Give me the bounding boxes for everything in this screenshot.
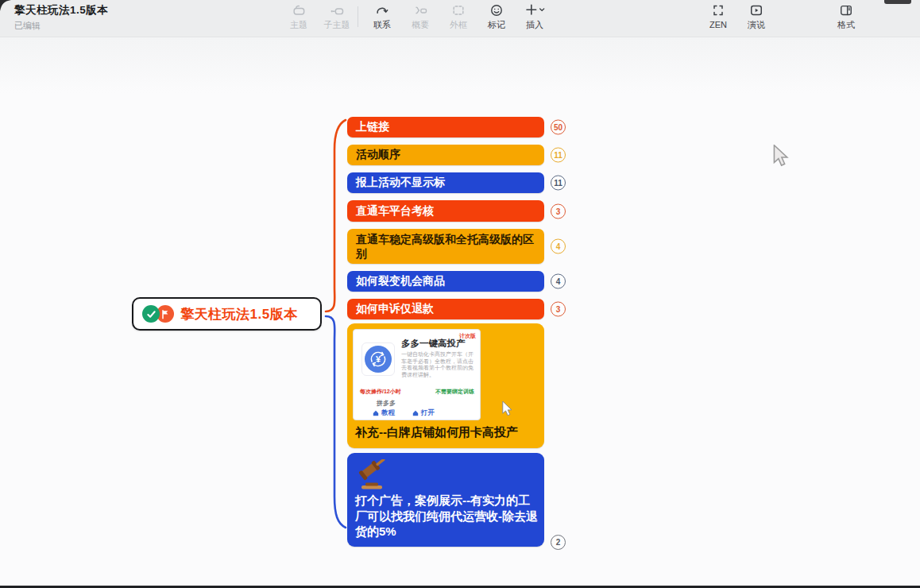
app-links: 教程 打开 — [373, 408, 435, 418]
format-label: 格式 — [837, 20, 855, 30]
toolbar: 擎天柱玩法1.5版本 已编辑 主题 子主题 — [0, 0, 920, 37]
summary-icon — [412, 2, 428, 18]
window-top-dash-artifact — [884, 0, 911, 4]
subtopic-label: 子主题 — [324, 20, 350, 30]
children-count-badge[interactable]: 11 — [551, 176, 566, 191]
children-count-badge[interactable]: 11 — [551, 148, 566, 163]
topic-buchong-gaotoucha[interactable]: 计次版 ¥ 多多一键高投产 一键自动化卡高投产开车（开车老手必看）全教程，请点击… — [347, 323, 544, 448]
root-topic-label: 擎天柱玩法1.5版本 — [180, 305, 298, 323]
topic-shanglianjie[interactable]: 上链接 50 — [347, 117, 544, 137]
children-count-badge[interactable]: 4 — [551, 239, 566, 254]
zen-label: ZEN — [709, 20, 727, 30]
format-icon — [838, 2, 854, 18]
format-button[interactable]: 格式 — [827, 2, 865, 30]
subtopic-button[interactable]: 子主题 — [318, 2, 356, 30]
topic-shensu-tuikuan[interactable]: 如何申诉仅退款 3 — [347, 299, 544, 319]
window-corner-artifact — [0, 0, 11, 11]
topic-label: 直通车稳定高级版和全托高级版的区别 — [356, 232, 535, 261]
topic-zhitongche-qubie[interactable]: 直通车稳定高级版和全托高级版的区别 4 — [347, 229, 544, 264]
summary-label: 概要 — [412, 20, 429, 30]
boundary-icon — [450, 2, 466, 18]
present-label: 演说 — [748, 20, 765, 30]
summary-button[interactable]: 概要 — [401, 2, 439, 30]
app-tutorial-link: 教程 — [373, 408, 395, 418]
app-yuan-icon: ¥ — [365, 346, 392, 373]
topic-label: 活动顺序 — [356, 148, 400, 162]
topic-button[interactable]: 主题 — [280, 2, 318, 30]
insert-plus-icon — [523, 2, 547, 18]
topic-icon — [291, 2, 307, 18]
app-icon-tile: ¥ — [361, 342, 395, 376]
check-icon — [142, 305, 160, 323]
zen-button[interactable]: ZEN — [699, 2, 737, 30]
boundary-label: 外框 — [450, 20, 467, 30]
topic-label: 如何裂变机会商品 — [356, 274, 445, 288]
subtopic-icon — [329, 2, 345, 18]
mouse-cursor — [772, 145, 790, 170]
marker-button[interactable]: 标记 — [477, 2, 516, 30]
toolbar-center-group: 主题 子主题 联系 — [280, 2, 554, 30]
app-open-link: 打开 — [412, 408, 435, 418]
topic-zhitongche-kaohe[interactable]: 直通车平台考核 3 — [347, 200, 544, 222]
relationship-icon — [374, 2, 390, 18]
children-count-badge[interactable]: 3 — [551, 302, 566, 317]
topic-label: 主题 — [290, 20, 307, 30]
topic-baoshanghuodong[interactable]: 报上活动不显示标 11 — [347, 172, 544, 193]
relationship-button[interactable]: 联系 — [363, 2, 401, 30]
topic-guanggao[interactable]: 打个广告，案例展示--有实力的工厂可以找我们纯佣代运营收-除去退货的5% 2 — [347, 453, 544, 547]
svg-text:¥: ¥ — [376, 354, 381, 364]
topic-label: 上链接 — [356, 120, 389, 134]
present-button[interactable]: 演说 — [737, 2, 775, 30]
toolbar-shadow — [0, 37, 920, 93]
topic-label: 打个广告，案例展示--有实力的工厂可以找我们纯佣代运营收-除去退货的5% — [355, 493, 538, 540]
app-platform: 拼多多 — [377, 399, 396, 408]
document-save-status: 已编辑 — [14, 20, 108, 32]
embedded-app-screenshot: 计次版 ¥ 多多一键高投产 一键自动化卡高投产开车（开车老手必看）全教程，请点击… — [353, 329, 481, 420]
zen-icon — [710, 2, 726, 18]
topic-label: 报上活动不显示标 — [356, 176, 445, 190]
relationship-label: 联系 — [373, 20, 391, 30]
toolbar-divider — [358, 6, 358, 27]
marker-icon — [489, 2, 504, 18]
document-title: 擎天柱玩法1.5版本 — [14, 3, 108, 17]
insert-label: 插入 — [526, 20, 543, 30]
present-icon — [748, 2, 764, 18]
mindmap-canvas[interactable]: 擎天柱玩法1.5版本 上链接 50 活动顺序 11 报上活动不显示标 11 直通… — [0, 37, 920, 586]
app-note-left: 每次操作/12小时 — [360, 388, 401, 396]
topic-huodongshunxu[interactable]: 活动顺序 11 — [347, 145, 544, 165]
insert-button[interactable]: 插入 — [516, 2, 554, 30]
children-count-badge[interactable]: 2 — [551, 535, 566, 550]
children-count-badge[interactable]: 3 — [551, 203, 566, 219]
embedded-cursor-icon — [501, 401, 514, 420]
topic-label: 直通车平台考核 — [356, 204, 434, 219]
marker-label: 标记 — [488, 20, 505, 30]
home-icon — [412, 410, 419, 416]
children-count-badge[interactable]: 50 — [551, 120, 566, 135]
topic-liebian-shangpin[interactable]: 如何裂变机会商品 4 — [347, 271, 544, 292]
home-icon — [373, 410, 379, 416]
app-title: 多多一键高投产 — [401, 338, 466, 350]
toolbar-right-group: ZEN 演说 格式 — [699, 2, 865, 30]
boundary-button[interactable]: 外框 — [439, 2, 477, 30]
topic-label: 如何申诉仅退款 — [356, 302, 434, 316]
children-count-badge[interactable]: 4 — [551, 274, 566, 289]
root-topic[interactable]: 擎天柱玩法1.5版本 — [132, 297, 322, 331]
app-note-right: 不需要绑定训练 — [435, 388, 474, 396]
document-info: 擎天柱玩法1.5版本 已编辑 — [14, 3, 108, 32]
topic-label: 补充--白牌店铺如何用卡高投产 — [355, 425, 518, 440]
app-description: 一键自动化卡高投产开车（开车老手必看）全教程，请点击去看视频看第十个教程前的免费… — [401, 351, 476, 378]
